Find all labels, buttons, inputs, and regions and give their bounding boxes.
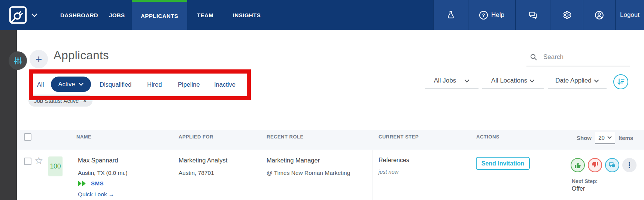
applied-for-job-link[interactable]: Marketing Analyst bbox=[179, 157, 227, 164]
items-label: Items bbox=[619, 135, 633, 141]
column-divider bbox=[563, 150, 563, 200]
locations-filter-value: All Locations bbox=[491, 77, 527, 84]
column-divider bbox=[373, 150, 373, 200]
tab-active-selected[interactable]: Active bbox=[51, 77, 91, 92]
show-label: Show bbox=[577, 135, 592, 141]
page-size-select[interactable]: 20 bbox=[595, 132, 615, 144]
tab-inactive[interactable]: Inactive bbox=[214, 81, 236, 88]
top-navigation: DASHBOARD JOBS APPLICANTS TEAM INSIGHTS … bbox=[0, 0, 644, 30]
sort-descending-icon bbox=[616, 77, 625, 86]
nav-item-team[interactable]: TEAM bbox=[197, 0, 213, 30]
locations-filter-dropdown[interactable]: All Locations bbox=[482, 74, 544, 89]
sort-order-button[interactable] bbox=[613, 74, 628, 89]
tab-disqualified[interactable]: Disqualified bbox=[100, 81, 131, 88]
next-step-label: Next Step: bbox=[572, 178, 598, 184]
message-applicant-button[interactable] bbox=[605, 158, 619, 172]
nav-item-insights[interactable]: INSIGHTS bbox=[233, 0, 261, 30]
filter-settings-button[interactable] bbox=[9, 51, 27, 70]
job-status-filter-tag[interactable]: Job Status: Active ✕ bbox=[28, 95, 92, 107]
fast-forward-icon bbox=[78, 180, 86, 186]
logout-button[interactable]: Logout bbox=[615, 0, 644, 30]
table-header: NAME APPLIED FOR RECENT ROLE CURRENT STE… bbox=[0, 130, 644, 150]
page-size-value: 20 bbox=[598, 134, 605, 141]
chevron-down-icon bbox=[464, 79, 470, 83]
thumbs-up-button[interactable] bbox=[571, 158, 585, 172]
nav-item-jobs[interactable]: JOBS bbox=[109, 0, 125, 30]
labs-button[interactable] bbox=[433, 0, 468, 30]
chevron-down-icon bbox=[607, 136, 612, 139]
chevron-down-icon bbox=[594, 79, 599, 83]
date-applied-filter-dropdown[interactable]: Date Applied bbox=[548, 74, 607, 89]
row-checkbox[interactable] bbox=[24, 158, 31, 165]
help-icon: ? bbox=[479, 11, 488, 20]
flask-icon bbox=[446, 10, 456, 20]
thumbs-down-button[interactable] bbox=[588, 158, 602, 172]
score-badge: 100 bbox=[48, 156, 63, 176]
applied-for-location: Austin, 78701 bbox=[179, 170, 214, 176]
recent-role: Marketing Manager bbox=[267, 157, 320, 164]
logout-label: Logout bbox=[620, 11, 640, 19]
search-box bbox=[526, 51, 630, 66]
gear-icon bbox=[562, 10, 572, 20]
filter-tag-label: Job Status: Active bbox=[34, 98, 79, 104]
applicant-name-link[interactable]: Max Spannard bbox=[78, 157, 118, 164]
jobs-filter-value: All Jobs bbox=[434, 77, 456, 84]
thumbs-down-icon bbox=[591, 161, 599, 169]
applicant-location: Austin, TX (0.0 mi.) bbox=[78, 170, 127, 176]
brand-logo[interactable] bbox=[9, 6, 27, 24]
settings-button[interactable] bbox=[550, 0, 583, 30]
tab-hired[interactable]: Hired bbox=[147, 81, 162, 88]
user-account-icon bbox=[594, 10, 604, 20]
recent-role-company: @ Times New Roman Marketing bbox=[267, 170, 350, 176]
sliders-icon bbox=[13, 56, 22, 65]
star-favorite-icon[interactable]: ☆ bbox=[34, 156, 43, 165]
column-header-name: NAME bbox=[76, 134, 91, 140]
nav-item-applicants[interactable]: APPLICANTS bbox=[132, 0, 187, 30]
help-label: Help bbox=[491, 11, 504, 19]
help-button[interactable]: ? Help bbox=[468, 0, 515, 30]
more-options-button[interactable] bbox=[622, 158, 637, 172]
quick-look-link[interactable]: Quick Look → bbox=[78, 191, 114, 198]
column-header-applied-for: APPLIED FOR bbox=[179, 134, 213, 140]
chevron-down-icon bbox=[79, 83, 83, 86]
column-header-current-step: CURRENT STEP bbox=[379, 134, 419, 140]
chat-bubbles-icon bbox=[608, 161, 616, 169]
applicant-row: ☆ 100 Max Spannard Austin, TX (0.0 mi.) … bbox=[0, 150, 644, 200]
tab-pipeline[interactable]: Pipeline bbox=[178, 81, 200, 88]
vertical-dots-icon bbox=[626, 161, 633, 169]
tab-all[interactable]: All bbox=[37, 81, 44, 88]
messages-button[interactable] bbox=[515, 0, 550, 30]
nav-utility-bar: ? Help Logout bbox=[433, 0, 644, 30]
thumbs-up-icon bbox=[574, 161, 581, 169]
sms-label: SMS bbox=[91, 180, 104, 186]
search-input[interactable] bbox=[543, 52, 626, 62]
account-button[interactable] bbox=[583, 0, 615, 30]
send-invitation-button[interactable]: Send Invitation bbox=[476, 157, 530, 170]
chat-bubbles-icon bbox=[528, 10, 538, 20]
sms-link[interactable]: SMS bbox=[78, 180, 104, 186]
date-applied-filter-value: Date Applied bbox=[555, 77, 591, 84]
page-title: Applicants bbox=[54, 49, 109, 62]
tab-active-label: Active bbox=[58, 81, 75, 88]
remove-filter-icon[interactable]: ✕ bbox=[83, 98, 87, 104]
jobs-filter-dropdown[interactable]: All Jobs bbox=[425, 74, 479, 89]
column-header-recent-role: RECENT ROLE bbox=[267, 134, 304, 140]
next-step-value: Offer bbox=[572, 185, 585, 192]
column-header-actions: ACTIONS bbox=[476, 134, 499, 140]
plug-logo-icon bbox=[9, 6, 27, 24]
nav-item-dashboard[interactable]: DASHBOARD bbox=[60, 0, 98, 30]
brand-chevron-down-icon[interactable] bbox=[31, 13, 37, 17]
current-step-value: References bbox=[379, 157, 409, 164]
applied-time: just now bbox=[379, 169, 398, 175]
chevron-down-icon bbox=[529, 79, 535, 83]
search-icon bbox=[530, 53, 537, 61]
add-applicant-button[interactable]: + bbox=[30, 50, 48, 68]
pagination-size-control: Show 20 Items bbox=[577, 131, 633, 145]
plus-icon: + bbox=[36, 53, 42, 66]
select-all-checkbox[interactable] bbox=[24, 133, 31, 141]
